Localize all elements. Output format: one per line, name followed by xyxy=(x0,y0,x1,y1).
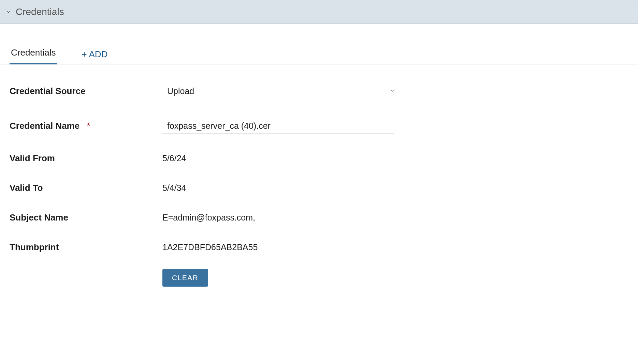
tab-add[interactable]: + ADD xyxy=(81,49,109,64)
credential-source-value: Upload xyxy=(167,86,194,96)
chevron-down-icon xyxy=(389,88,395,95)
tabs-row: Credentials + ADD xyxy=(0,47,638,64)
section-header[interactable]: Credentials xyxy=(0,0,638,24)
clear-button[interactable]: CLEAR xyxy=(162,269,208,287)
credential-name-input[interactable] xyxy=(167,121,390,131)
tab-credentials[interactable]: Credentials xyxy=(10,47,57,64)
label-subject-name: Subject Name xyxy=(10,212,162,223)
row-credential-source: Credential Source Upload xyxy=(10,84,628,99)
row-valid-from: Valid From 5/6/24 xyxy=(10,153,628,164)
section-title: Credentials xyxy=(16,6,64,17)
row-credential-name: Credential Name * xyxy=(10,118,628,134)
credential-source-select[interactable]: Upload xyxy=(162,84,400,99)
chevron-down-icon xyxy=(5,9,12,15)
value-subject-name: E=admin@foxpass.com, xyxy=(162,213,255,223)
label-credential-name: Credential Name * xyxy=(10,121,162,131)
label-credential-name-text: Credential Name xyxy=(10,121,79,131)
value-valid-from: 5/6/24 xyxy=(162,153,186,163)
row-subject-name: Subject Name E=admin@foxpass.com, xyxy=(10,212,628,223)
value-thumbprint: 1A2E7DBFD65AB2BA55 xyxy=(162,242,258,252)
label-valid-to: Valid To xyxy=(10,183,162,193)
label-thumbprint: Thumbprint xyxy=(10,242,162,253)
row-thumbprint: Thumbprint 1A2E7DBFD65AB2BA55 xyxy=(10,242,628,253)
button-row: CLEAR xyxy=(10,269,628,287)
label-credential-source: Credential Source xyxy=(10,86,162,96)
form-body: Credential Source Upload Credential Name… xyxy=(0,64,638,300)
credential-name-input-wrap xyxy=(162,118,394,134)
row-valid-to: Valid To 5/4/34 xyxy=(10,183,628,193)
credentials-page: Credentials Credentials + ADD Credential… xyxy=(0,0,638,300)
value-valid-to: 5/4/34 xyxy=(162,183,186,193)
required-asterisk: * xyxy=(87,121,90,131)
label-valid-from: Valid From xyxy=(10,153,162,164)
